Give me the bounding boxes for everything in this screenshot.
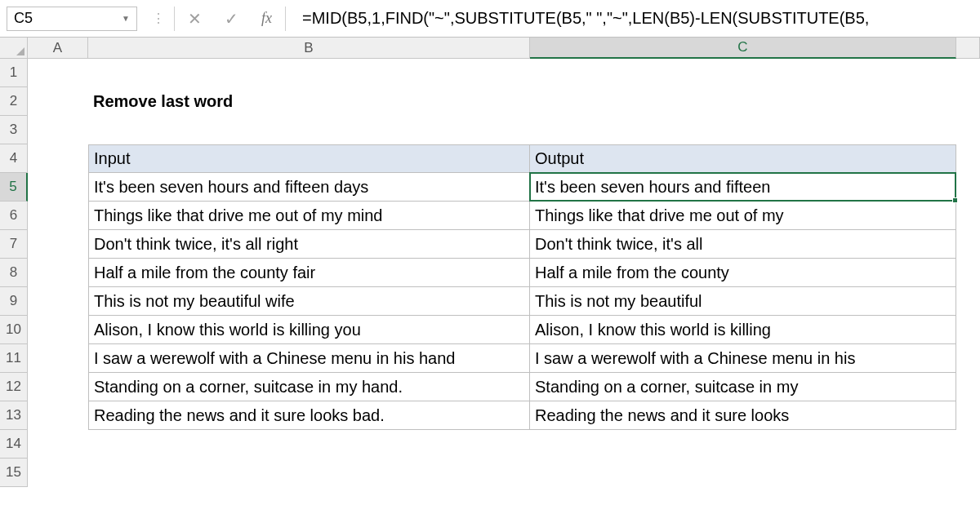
row-11: 11 I saw a werewolf with a Chinese menu …: [0, 344, 980, 373]
row-3: 3: [0, 116, 980, 144]
cell-C1[interactable]: [530, 59, 956, 87]
row-10: 10 Alison, I know this world is killing …: [0, 316, 980, 344]
cell-B7[interactable]: Don't think twice, it's all right: [88, 230, 530, 259]
cell-A14[interactable]: [28, 430, 88, 459]
row-header-11[interactable]: 11: [0, 344, 28, 373]
cell-B15[interactable]: [88, 459, 530, 487]
col-header-B[interactable]: B: [88, 38, 530, 59]
row-header-5[interactable]: 5: [0, 173, 28, 202]
cell-A2[interactable]: [28, 87, 88, 116]
cell-C14[interactable]: [530, 430, 956, 459]
cell-D13[interactable]: [956, 401, 980, 430]
cell-B6[interactable]: Things like that drive me out of my mind: [88, 202, 530, 230]
row-header-10[interactable]: 10: [0, 316, 28, 344]
name-box-dropdown-icon[interactable]: ▼: [122, 14, 130, 23]
row-header-8[interactable]: 8: [0, 259, 28, 287]
row-15: 15: [0, 459, 980, 487]
cell-B12[interactable]: Standing on a corner, suitcase in my han…: [88, 373, 530, 401]
row-header-13[interactable]: 13: [0, 401, 28, 430]
name-box-value: C5: [14, 10, 33, 27]
cell-D2[interactable]: [956, 87, 980, 116]
cell-A11[interactable]: [28, 344, 88, 373]
cell-D3[interactable]: [956, 116, 980, 144]
cell-B13[interactable]: Reading the news and it sure looks bad.: [88, 401, 530, 430]
col-header-blank[interactable]: [956, 38, 980, 59]
row-header-9[interactable]: 9: [0, 287, 28, 316]
row-9: 9 This is not my beautiful wife This is …: [0, 287, 980, 316]
enter-formula-button[interactable]: ✓: [213, 7, 250, 31]
cell-A8[interactable]: [28, 259, 88, 287]
cell-D5[interactable]: [956, 173, 980, 202]
row-header-12[interactable]: 12: [0, 373, 28, 401]
cell-A13[interactable]: [28, 401, 88, 430]
row-header-4[interactable]: 4: [0, 144, 28, 173]
row-7: 7 Don't think twice, it's all right Don'…: [0, 230, 980, 259]
cell-B1[interactable]: [88, 59, 530, 87]
expand-dots-icon[interactable]: ⋮: [144, 11, 172, 26]
row-4: 4 Input Output: [0, 144, 980, 173]
fx-button[interactable]: fx: [250, 7, 283, 31]
cell-D15[interactable]: [956, 459, 980, 487]
separator: [174, 7, 175, 31]
cell-B4[interactable]: Input: [88, 144, 530, 173]
cell-A7[interactable]: [28, 230, 88, 259]
cell-D14[interactable]: [956, 430, 980, 459]
cell-D6[interactable]: [956, 202, 980, 230]
cell-A15[interactable]: [28, 459, 88, 487]
cell-C6[interactable]: Things like that drive me out of my: [530, 202, 956, 230]
cell-C12[interactable]: Standing on a corner, suitcase in my: [530, 373, 956, 401]
cell-A1[interactable]: [28, 59, 88, 87]
row-12: 12 Standing on a corner, suitcase in my …: [0, 373, 980, 401]
column-headers-row: A B C: [0, 38, 980, 59]
cell-D11[interactable]: [956, 344, 980, 373]
row-header-6[interactable]: 6: [0, 202, 28, 230]
cell-C8[interactable]: Half a mile from the county: [530, 259, 956, 287]
row-header-14[interactable]: 14: [0, 430, 28, 459]
cell-B10[interactable]: Alison, I know this world is killing you: [88, 316, 530, 344]
cell-A10[interactable]: [28, 316, 88, 344]
cell-D12[interactable]: [956, 373, 980, 401]
cell-B3[interactable]: [88, 116, 530, 144]
cell-B11[interactable]: I saw a werewolf with a Chinese menu in …: [88, 344, 530, 373]
col-header-C[interactable]: C: [530, 38, 956, 59]
cell-A4[interactable]: [28, 144, 88, 173]
cell-C5[interactable]: It's been seven hours and fifteen: [530, 173, 956, 202]
cell-C9[interactable]: This is not my beautiful: [530, 287, 956, 316]
cell-C15[interactable]: [530, 459, 956, 487]
cell-C2[interactable]: [530, 87, 956, 116]
cell-D4[interactable]: [956, 144, 980, 173]
cell-A9[interactable]: [28, 287, 88, 316]
cell-D10[interactable]: [956, 316, 980, 344]
cancel-formula-button[interactable]: ✕: [176, 7, 213, 31]
cell-C10[interactable]: Alison, I know this world is killing: [530, 316, 956, 344]
cell-B9[interactable]: This is not my beautiful wife: [88, 287, 530, 316]
row-header-7[interactable]: 7: [0, 230, 28, 259]
formula-input[interactable]: =MID(B5,1,FIND("~",SUBSTITUTE(B5," ","~"…: [287, 9, 980, 28]
cell-A3[interactable]: [28, 116, 88, 144]
cell-B5[interactable]: It's been seven hours and fifteen days: [88, 173, 530, 202]
cell-B14[interactable]: [88, 430, 530, 459]
row-header-15[interactable]: 15: [0, 459, 28, 487]
col-header-A[interactable]: A: [28, 38, 88, 59]
cell-C7[interactable]: Don't think twice, it's all: [530, 230, 956, 259]
cell-C3[interactable]: [530, 116, 956, 144]
name-box[interactable]: C5 ▼: [7, 7, 137, 31]
cell-B8[interactable]: Half a mile from the county fair: [88, 259, 530, 287]
cell-C4[interactable]: Output: [530, 144, 956, 173]
cell-D7[interactable]: [956, 230, 980, 259]
cell-B2[interactable]: Remove last word: [88, 87, 530, 116]
cell-D8[interactable]: [956, 259, 980, 287]
cell-A6[interactable]: [28, 202, 88, 230]
select-all-corner[interactable]: [0, 38, 28, 59]
row-header-1[interactable]: 1: [0, 59, 28, 87]
row-6: 6 Things like that drive me out of my mi…: [0, 202, 980, 230]
row-header-2[interactable]: 2: [0, 87, 28, 116]
cell-D1[interactable]: [956, 59, 980, 87]
row-header-3[interactable]: 3: [0, 116, 28, 144]
cell-C13[interactable]: Reading the news and it sure looks: [530, 401, 956, 430]
row-5: 5 It's been seven hours and fifteen days…: [0, 173, 980, 202]
cell-A12[interactable]: [28, 373, 88, 401]
cell-C11[interactable]: I saw a werewolf with a Chinese menu in …: [530, 344, 956, 373]
cell-D9[interactable]: [956, 287, 980, 316]
cell-A5[interactable]: [28, 173, 88, 202]
